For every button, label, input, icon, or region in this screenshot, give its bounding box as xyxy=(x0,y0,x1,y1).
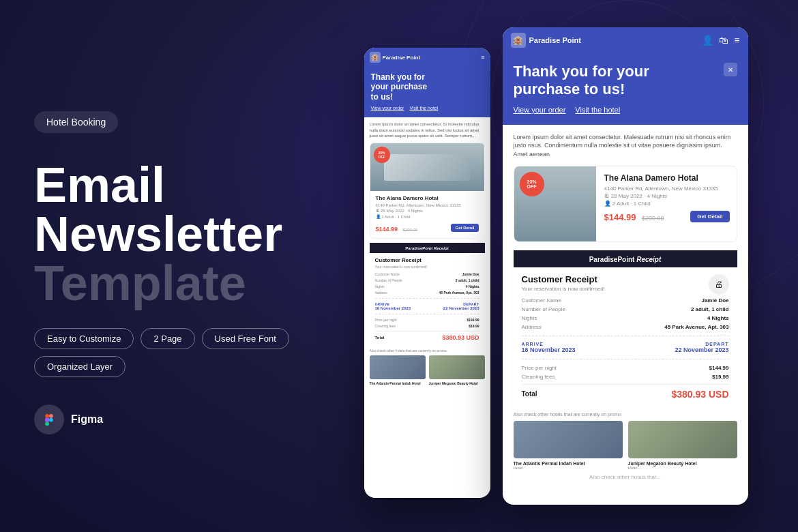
depart-block-large: DEPART 22 November 2023 xyxy=(675,342,728,353)
email-body-large: Lorem ipsum dolor sit amet consectetur. … xyxy=(503,125,748,488)
menu-icon-large: ≡ xyxy=(734,35,739,46)
figma-icon xyxy=(34,404,64,434)
menu-icon-small: ≡ xyxy=(481,54,484,61)
brand-logo-large: 🏨 Paradise Point xyxy=(511,33,581,48)
receipt-title-large: Customer Receipt xyxy=(522,274,605,284)
email-hero-large: Thank you for yourpurchase to us! ✕ View… xyxy=(503,53,748,125)
hotel-address-large: 4140 Parker Rd, Allentown, New Mexico 31… xyxy=(604,186,730,192)
thumb-sub-2-large: Hotel xyxy=(628,466,737,470)
name-value-large: Jamie Doe xyxy=(701,297,728,304)
hotel-image-large: 20% OFF xyxy=(514,166,596,241)
thumb-2-small: Juniper Megaron Beauty Hotel xyxy=(429,355,485,385)
depart-date-large: 22 November 2023 xyxy=(675,346,728,353)
receipt-body-small: Customer Receipt Your reservation is now… xyxy=(370,253,485,345)
logo-icon-small: 🏨 xyxy=(370,52,381,63)
svg-point-4 xyxy=(49,418,53,422)
depart-date-small: 22 November 2023 xyxy=(443,306,479,310)
arrive-depart-small: ARRIVE 16 November 2023 DEPART 22 Novemb… xyxy=(375,298,479,314)
tag-page: 2 Page xyxy=(141,328,194,349)
cleaning-row-small: Cleaning fees $19.99 xyxy=(375,324,479,328)
hero-links-small: View your order Visit the hotel xyxy=(371,106,484,110)
hotel-badge: Hotel Booking xyxy=(34,111,118,133)
name-value-small: Jamie Doe xyxy=(462,272,479,276)
email-header-small: 🏨 Paradise Point ≡ xyxy=(364,48,490,67)
receipt-row-nights-small: Nights 4 Nights xyxy=(375,284,479,289)
address-label-small: Address xyxy=(375,291,387,295)
arrive-block-large: ARRIVE 16 November 2023 xyxy=(522,342,576,353)
view-order-link-large[interactable]: View your order xyxy=(514,106,566,114)
depart-label-large: DEPART xyxy=(675,342,728,346)
title-line1: Email xyxy=(34,160,321,209)
hotel-date-small: 🗓 26 May 2022 · 4 Nights xyxy=(376,209,479,213)
price-row-small: $144.99 $200.00 Get Detail xyxy=(376,222,479,234)
thumb-name-2-large: Juniper Megaron Beauty Hotel xyxy=(628,461,737,466)
get-detail-btn-small[interactable]: Get Detail xyxy=(451,224,478,232)
also-check-small: Also check other hotels that are current… xyxy=(370,349,485,353)
also-check-large: Also check other hotels that are current… xyxy=(514,412,737,417)
hotel-thumbnails-large: The Atlantis Permai Indah Hotel Hotel Ju… xyxy=(514,421,737,470)
price-main-small: $144.99 xyxy=(376,226,398,233)
figma-button[interactable]: Figma xyxy=(34,404,103,434)
address-label-large: Address xyxy=(522,324,542,330)
price-row-large: $144.99 $200.00 Get Detail xyxy=(604,211,730,223)
receipt-row-name-small: Customer Name Jamie Doe xyxy=(375,272,479,276)
user-icon-large: 👤 xyxy=(702,35,713,46)
figma-label: Figma xyxy=(71,413,103,426)
thumb-name-1-large: The Atlantis Permai Indah Hotel xyxy=(514,461,623,466)
discount-badge-small: 20% OFF xyxy=(374,147,390,163)
hotel-guests-small: 👤 2 Adult · 1 Child xyxy=(376,214,479,219)
phone-mockup-large: 🏨 Paradise Point 👤 🛍 ≡ Thank you for you… xyxy=(503,27,748,505)
arrive-block-small: ARRIVE 16 November 2023 xyxy=(375,302,411,310)
nights-value-large: 4 Nights xyxy=(707,315,729,321)
total-label-large: Total xyxy=(522,390,537,398)
title-line3: Template xyxy=(34,258,321,308)
visit-hotel-link-small[interactable]: Visit the hotel xyxy=(409,106,438,110)
receipt-row-nights-large: Nights 4 Nights xyxy=(522,315,729,321)
hotel-name-large: The Alana Damero Hotal xyxy=(604,173,730,183)
depart-block-small: DEPART 22 November 2023 xyxy=(443,302,479,310)
discount-badge-large: 20% OFF xyxy=(520,172,544,196)
view-order-link-small[interactable]: View your order xyxy=(371,106,404,110)
brand-logo-small: 🏨 Paradise Point xyxy=(370,52,421,63)
get-detail-btn-large[interactable]: Get Detail xyxy=(690,211,729,222)
people-label-small: Number of People xyxy=(375,278,402,282)
svg-rect-3 xyxy=(45,422,49,426)
hotel-guests-large: 👤 2 Adult · 1 Child xyxy=(604,201,730,207)
thumb-img-2-small xyxy=(429,355,485,379)
receipt-body-large: Customer Receipt Your reservation is now… xyxy=(514,267,737,407)
price-night-label-small: Price per night xyxy=(375,318,397,322)
arrive-label-large: ARRIVE xyxy=(522,342,576,346)
thumb-name-1-small: The Atlantis Permai Indah Hotel xyxy=(370,381,426,385)
hotel-date-large: 🗓 26 May 2022 · 4 Nights xyxy=(604,193,730,199)
nights-label-large: Nights xyxy=(522,315,537,321)
arrive-depart-large: ARRIVE 16 November 2023 DEPART 22 Novemb… xyxy=(522,336,729,359)
hotel-info-large: The Alana Damero Hotal 4140 Parker Rd, A… xyxy=(604,166,737,230)
visit-hotel-link-large[interactable]: Visit the hotel xyxy=(575,106,620,114)
people-label-large: Number of People xyxy=(522,306,565,312)
tag-layer: Organized Layer xyxy=(34,356,125,377)
total-label-small: Total xyxy=(375,336,385,340)
receipt-row-address-small: Address 45 Park Avenue, Apt. 303 xyxy=(375,291,479,295)
nights-value-small: 4 Nights xyxy=(466,284,479,289)
nights-label-small: Nights xyxy=(375,284,385,289)
logo-icon-large: 🏨 xyxy=(511,33,526,48)
cleaning-label-small: Cleaning fees xyxy=(375,324,396,328)
right-panel: 🏨 Paradise Point ≡ Thank you foryour pur… xyxy=(348,27,764,505)
hotel-name-small: The Alana Damero Hotal xyxy=(376,195,479,201)
receipt-subtitle-small: Your reservation is now confirmed! xyxy=(375,265,479,269)
thumb-img-2-large xyxy=(628,421,737,458)
price-night-value-small: $144.99 xyxy=(467,318,479,322)
close-icon-large[interactable]: ✕ xyxy=(724,63,737,76)
hotel-card-large: 20% OFF The Alana Damero Hotal 4140 Park… xyxy=(514,166,737,242)
price-night-row-large: Price per night $144.99 xyxy=(522,365,729,371)
svg-rect-0 xyxy=(45,414,49,418)
price-main-large: $144.99 xyxy=(604,212,636,222)
body-text-large: Lorem ipsum dolor sit amet consectetur. … xyxy=(514,133,737,159)
price-old-large: $200.00 xyxy=(642,215,664,222)
people-value-small: 2 adult, 1 child xyxy=(456,278,479,282)
main-title: Email Newsletter Template xyxy=(34,147,321,308)
hero-title-small: Thank you foryour purchaseto us! xyxy=(371,72,484,102)
hotel-image-small: 20% OFF xyxy=(370,143,484,191)
total-amount-large: $380.93 USD xyxy=(671,389,728,400)
hero-row: Thank you for yourpurchase to us! ✕ xyxy=(514,63,737,106)
